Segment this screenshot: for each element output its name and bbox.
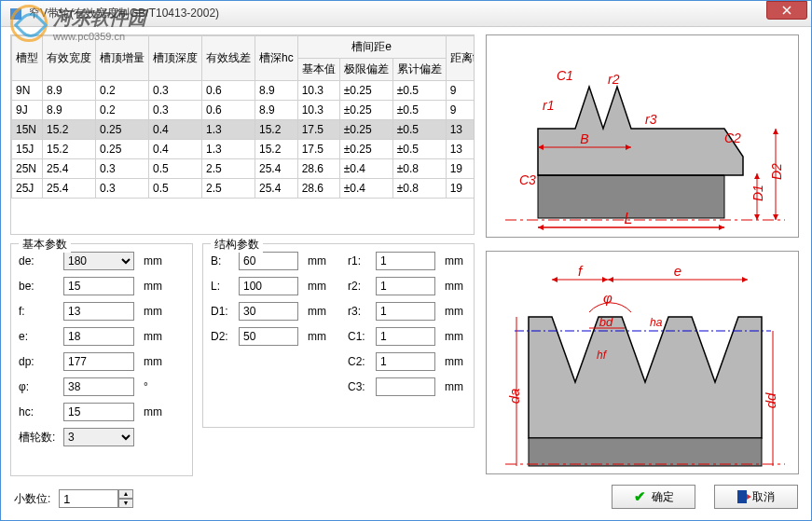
table-cell: 0.3 [96,179,149,199]
data-table: 槽型 有效宽度 槽顶增量 槽顶深度 有效线差 槽深hc 槽间距e 距离f 基本值… [11,35,475,199]
table-row[interactable]: 15N15.20.250.41.315.217.5±0.25±0.513 [12,120,475,140]
table-cell: ±0.25 [339,120,392,140]
table-cell: 15J [12,140,43,159]
C2-input[interactable] [376,352,435,371]
svg-text:C2: C2 [724,130,741,145]
svg-text:r1: r1 [543,98,554,113]
table-cell: 15.2 [43,120,96,140]
table-cell: 9J [12,101,43,120]
table-cell: 13 [446,140,475,159]
table-cell: 19 [446,179,475,199]
close-button[interactable] [766,1,807,20]
main-window: 窄V带轮(有效宽度制GB/T10413-2002) 河东软件园 www.pc03… [0,0,812,521]
be-input[interactable] [63,277,134,295]
struct-params-title: 结构参数 [211,237,263,253]
table-cell: 9N [12,81,43,101]
th-depth[interactable]: 槽顶深度 [149,36,202,81]
C1-input[interactable] [376,327,435,346]
table-cell: 0.3 [96,159,149,179]
B-label: B: [211,254,239,267]
be-label: be: [19,280,63,293]
decimal-up-button[interactable]: ▲ [118,489,133,499]
dp-label: dp: [19,355,63,368]
cancel-button[interactable]: 取消 [714,485,798,509]
table-cell: 25.4 [43,179,96,199]
table-cell: 8.9 [43,101,96,120]
table-cell: 9 [446,101,475,120]
B-input[interactable] [239,252,298,270]
th-group-e[interactable]: 槽间距e [297,36,446,59]
e-unit: mm [144,330,162,343]
svg-text:D1: D1 [750,185,765,201]
hc-input[interactable] [63,403,134,421]
D2-input[interactable] [239,327,298,346]
r2-input[interactable] [376,277,435,295]
table-cell: 28.6 [297,159,339,179]
table-cell: 15N [12,120,43,140]
table-row[interactable]: 15J15.20.250.41.315.217.5±0.25±0.513 [12,140,475,159]
phi-input[interactable] [63,377,134,396]
table-cell: 10.3 [297,101,339,120]
svg-text:L: L [625,211,633,226]
f-input[interactable] [63,302,134,321]
r1-input[interactable] [376,252,435,270]
table-cell: 28.6 [297,179,339,199]
grooves-label: 槽轮数: [19,430,63,446]
C3-input[interactable] [376,377,435,396]
svg-text:C3: C3 [519,172,536,187]
ok-button[interactable]: ✔ 确定 [612,485,695,509]
th-inc[interactable]: 槽顶增量 [96,36,149,81]
r1-label: r1: [348,254,376,267]
decimal-down-button[interactable]: ▼ [118,499,133,508]
table-cell: 13 [446,120,475,140]
table-row[interactable]: 25J25.40.30.52.525.428.6±0.4±0.819 [12,179,475,199]
close-icon [782,6,791,15]
th-base[interactable]: 基本值 [297,59,339,81]
th-width[interactable]: 有效宽度 [43,36,96,81]
table-row[interactable]: 9N8.90.20.30.68.910.3±0.25±0.59 [12,81,475,101]
th-diff[interactable]: 有效线差 [202,36,255,81]
ok-label: 确定 [652,489,674,505]
th-limit[interactable]: 极限偏差 [339,59,392,81]
svg-text:B: B [580,131,588,146]
struct-params-group: 结构参数 B:mm L:mm D1:mm D2:mm r1:mm r2:mm r… [202,243,475,428]
exit-icon [737,490,747,503]
table-row[interactable]: 9J8.90.20.30.68.910.3±0.25±0.59 [12,101,475,120]
be-unit: mm [144,280,162,293]
basic-params-title: 基本参数 [19,237,71,253]
grooves-select[interactable]: 3 [63,428,134,446]
table-cell: 17.5 [297,140,339,159]
diagram-1: L B C1 C2 C3 r1 r2 r3 D1 D2 [486,34,799,238]
C1-unit: mm [445,330,463,343]
L-unit: mm [308,280,326,293]
r2-unit: mm [445,280,463,293]
check-icon: ✔ [634,488,646,505]
D1-input[interactable] [239,302,298,321]
e-input[interactable] [63,327,134,346]
dp-input[interactable] [63,352,134,371]
de-unit: mm [144,254,162,267]
r1-unit: mm [445,254,463,267]
table-cell: 0.25 [96,120,149,140]
de-select[interactable]: 180 [63,252,134,270]
table-cell: ±0.4 [339,159,392,179]
svg-text:r2: r2 [608,72,620,87]
decimal-label: 小数位: [14,491,59,507]
r3-input[interactable] [376,302,435,321]
L-input[interactable] [239,277,298,295]
decimal-input[interactable] [59,489,118,508]
table-cell: ±0.8 [392,159,446,179]
th-cum[interactable]: 累计偏差 [392,59,446,81]
table-cell: 0.3 [149,81,202,101]
table-cell: 25.4 [255,179,298,199]
data-table-area[interactable]: 槽型 有效宽度 槽顶增量 槽顶深度 有效线差 槽深hc 槽间距e 距离f 基本值… [10,34,475,235]
table-cell: 0.4 [149,140,202,159]
th-f[interactable]: 距离f [446,36,475,81]
svg-text:da: da [506,389,522,404]
table-row[interactable]: 25N25.40.30.52.525.428.6±0.4±0.819 [12,159,475,179]
table-cell: ±0.5 [392,101,446,120]
th-hc[interactable]: 槽深hc [255,36,298,81]
D2-unit: mm [308,330,326,343]
th-type[interactable]: 槽型 [12,36,43,81]
svg-text:r3: r3 [645,112,657,127]
